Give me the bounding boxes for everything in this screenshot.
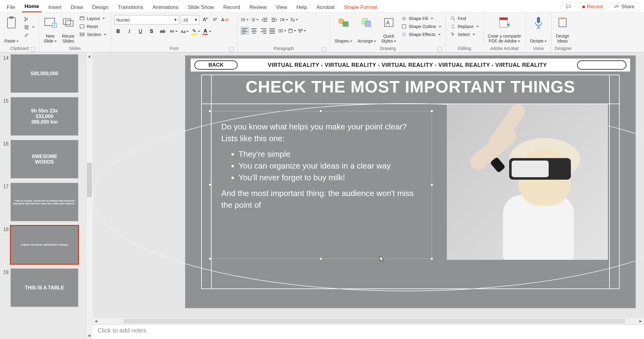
tab-animations[interactable]: Animations <box>150 2 181 12</box>
resize-handle-br[interactable] <box>430 257 433 260</box>
tab-view[interactable]: View <box>273 2 290 12</box>
reuse-slides-button[interactable]: Reuse Slides <box>61 14 76 45</box>
content-textbox[interactable]: Do you know what helps you make your poi… <box>210 111 432 259</box>
design-ideas-button[interactable]: Design Ideas <box>555 14 571 45</box>
columns-button[interactable] <box>278 27 286 35</box>
select-button[interactable]: Select <box>449 31 480 38</box>
rotate-handle[interactable] <box>318 101 324 107</box>
scroll-up-arrow[interactable]: ▴ <box>86 52 93 59</box>
thumbnail-17[interactable]: 17"This is a quote, words full of wisdom… <box>0 181 86 224</box>
canvas-wrap[interactable]: BACK VIRTUAL REALITY - VIRTUAL REALITY -… <box>93 52 644 317</box>
tab-design[interactable]: Design <box>90 2 111 12</box>
highlight-button[interactable]: ✎ <box>192 27 200 35</box>
align-center-button[interactable] <box>250 27 258 35</box>
thumbnail-preview[interactable]: "This is a quote, words full of wisdom t… <box>10 183 78 221</box>
thumbnail-16[interactable]: 16AWESOME WORDS <box>0 138 86 181</box>
decrease-font-button[interactable]: A▾ <box>211 16 219 24</box>
tab-home[interactable]: Home <box>22 2 41 12</box>
share-button[interactable]: Share <box>610 2 638 11</box>
resize-handle-tl[interactable] <box>209 110 211 112</box>
text-direction-button[interactable] <box>290 16 298 24</box>
resize-handle-mr[interactable] <box>430 183 433 186</box>
layout-button[interactable]: Layout <box>78 15 108 22</box>
replace-button[interactable]: Replace <box>449 23 480 30</box>
character-spacing-button[interactable]: AV <box>170 27 178 35</box>
clear-formatting-button[interactable]: A⌫ <box>221 16 229 24</box>
quick-styles-button[interactable]: A Quick Styles <box>380 14 397 45</box>
italic-button[interactable]: I <box>125 27 133 35</box>
thumbnail-list[interactable]: 14500,000,000159h 55m 23s 333,000 386,00… <box>0 52 86 339</box>
notes-pane[interactable]: Click to add notes <box>93 324 644 339</box>
decrease-indent-button[interactable] <box>260 16 268 24</box>
thumbnail-preview[interactable]: 9h 55m 23s 333,000 386,000 km <box>10 97 78 136</box>
thumbnail-preview[interactable]: AWESOME WORDS <box>10 140 78 178</box>
thumbnail-19[interactable]: 19THIS IS A TABLE <box>0 267 86 309</box>
tab-insert[interactable]: Insert <box>46 2 64 12</box>
resize-handle-bm[interactable] <box>319 257 322 260</box>
resize-handle-tr[interactable] <box>430 110 433 112</box>
font-launcher[interactable] <box>229 47 234 51</box>
bullets-button[interactable] <box>241 16 249 24</box>
horizontal-scrollbar[interactable]: ◂ ▸ <box>93 317 644 324</box>
font-color-button[interactable]: A <box>203 27 211 35</box>
record-button[interactable]: Record <box>578 2 607 11</box>
resize-handle-tm[interactable] <box>319 110 322 112</box>
font-size-combo[interactable]: 16▾ <box>181 15 199 24</box>
thumbnail-preview[interactable]: THIS IS A TABLE <box>10 268 78 307</box>
hscroll-left-arrow[interactable]: ◂ <box>93 318 99 324</box>
copy-button[interactable] <box>23 24 36 31</box>
tab-help[interactable]: Help <box>294 2 310 12</box>
comments-button[interactable] <box>562 2 575 11</box>
thumbnail-scrollbar[interactable]: ▴ ▾ <box>86 52 93 339</box>
smartart-button[interactable] <box>298 27 306 35</box>
tab-transitions[interactable]: Transitions <box>115 2 146 12</box>
align-left-button[interactable] <box>241 27 249 35</box>
thumbnail-14[interactable]: 14500,000,000 <box>0 52 86 95</box>
clipboard-launcher[interactable] <box>31 47 35 51</box>
bold-button[interactable]: B <box>114 27 122 35</box>
reset-button[interactable]: Reset <box>78 23 108 30</box>
slide-title[interactable]: CHECK THE MOST IMPORTANT THINGS <box>201 77 620 96</box>
paragraph-launcher[interactable] <box>322 47 326 51</box>
change-case-button[interactable]: Aa <box>181 27 189 35</box>
resize-handle-ml[interactable] <box>209 183 211 186</box>
section-button[interactable]: Section <box>78 31 108 38</box>
tab-slideshow[interactable]: Slide Show <box>185 2 216 12</box>
textbox-content[interactable]: Do you know what helps you make your poi… <box>210 111 432 221</box>
line-spacing-button[interactable] <box>280 16 288 24</box>
scroll-down-arrow[interactable]: ▾ <box>86 332 93 339</box>
tab-file[interactable]: File <box>4 2 18 12</box>
hscroll-handle[interactable] <box>124 319 625 323</box>
scroll-handle[interactable] <box>87 163 92 197</box>
shape-effects-button[interactable]: Shape Effects <box>400 31 442 38</box>
underline-button[interactable]: U <box>136 27 144 35</box>
thumbnail-preview[interactable]: 500,000,000 <box>10 54 78 93</box>
find-button[interactable]: Find <box>449 15 480 22</box>
justify-button[interactable] <box>268 27 276 35</box>
align-text-button[interactable] <box>288 27 296 35</box>
tab-acrobat[interactable]: Acrobat <box>314 2 337 12</box>
shape-fill-button[interactable]: Shape Fill <box>400 15 442 22</box>
slide-canvas[interactable]: BACK VIRTUAL REALITY - VIRTUAL REALITY -… <box>185 55 636 308</box>
cut-button[interactable] <box>23 16 36 22</box>
thumbnail-preview[interactable]: CHECK THE MOST IMPORTANT THINGS <box>10 226 78 264</box>
tab-record[interactable]: Record <box>221 2 243 12</box>
format-painter-button[interactable] <box>23 32 36 39</box>
increase-indent-button[interactable] <box>270 16 278 24</box>
dictate-button[interactable]: Dictate <box>529 14 548 45</box>
thumbnail-15[interactable]: 159h 55m 23s 333,000 386,000 km <box>0 95 86 138</box>
drawing-launcher[interactable] <box>438 47 442 51</box>
font-name-combo[interactable]: Nunito▾ <box>114 15 179 24</box>
paste-button[interactable]: Paste <box>3 14 20 45</box>
thumbnail-18[interactable]: 18CHECK THE MOST IMPORTANT THINGS <box>0 224 86 267</box>
back-pill[interactable]: BACK <box>194 60 238 70</box>
numbering-button[interactable]: 123 <box>251 16 259 24</box>
arrange-button[interactable]: Arrange <box>356 14 377 45</box>
increase-font-button[interactable]: A▴ <box>201 16 209 24</box>
adobe-pdf-button[interactable]: Crear y compartir PDF de Adobe <box>487 14 522 45</box>
align-right-button[interactable] <box>259 27 267 35</box>
shapes-button[interactable]: Shapes <box>333 14 354 45</box>
strikethrough-button[interactable]: ab <box>159 27 167 35</box>
new-slide-button[interactable]: New Slide <box>42 14 58 45</box>
hscroll-right-arrow[interactable]: ▸ <box>637 318 644 324</box>
